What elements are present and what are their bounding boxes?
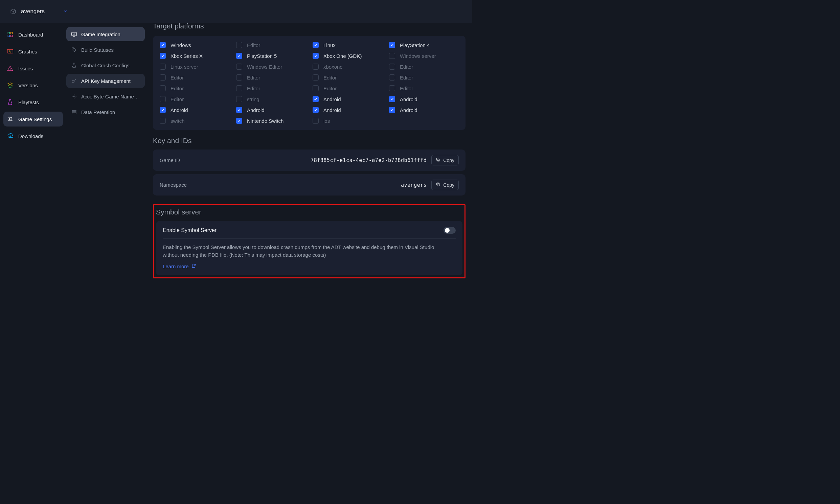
platform-checkbox-row[interactable]: switch bbox=[160, 118, 229, 124]
checkbox[interactable] bbox=[236, 42, 242, 48]
section-title-platforms: Target platforms bbox=[153, 23, 465, 30]
checkbox[interactable] bbox=[312, 64, 319, 70]
chevron-down-icon[interactable] bbox=[63, 9, 68, 15]
checkbox[interactable] bbox=[160, 74, 166, 80]
platform-checkbox-row[interactable]: Editor bbox=[160, 96, 229, 102]
platform-checkbox-row[interactable]: Nintendo Switch bbox=[236, 118, 306, 124]
platform-checkbox-row[interactable]: Editor bbox=[236, 85, 306, 91]
platform-checkbox-row[interactable]: Editor bbox=[236, 42, 306, 48]
platform-checkbox-row[interactable]: Linux bbox=[312, 42, 382, 48]
platform-checkbox-row[interactable]: Android bbox=[389, 107, 459, 113]
checkbox[interactable] bbox=[389, 96, 395, 102]
platform-checkbox-row[interactable]: Windows bbox=[160, 42, 229, 48]
platform-label: string bbox=[247, 96, 260, 102]
key-icon bbox=[71, 78, 77, 84]
sub-item-api-key-management[interactable]: API Key Management bbox=[66, 74, 145, 88]
platform-checkbox-row[interactable]: Android bbox=[312, 96, 382, 102]
sub-item-global-crash-configs[interactable]: Global Crash Configs bbox=[66, 58, 145, 72]
sidebar-item-dashboard[interactable]: Dashboard bbox=[3, 27, 63, 42]
platform-label: Editor bbox=[247, 75, 260, 80]
platform-checkbox-row[interactable]: Xbox Series X bbox=[160, 53, 229, 59]
platform-checkbox-row[interactable]: xboxone bbox=[312, 64, 382, 70]
project-name[interactable]: avengers bbox=[21, 8, 44, 15]
platform-checkbox-row[interactable]: Xbox One (GDK) bbox=[312, 53, 382, 59]
checkbox[interactable] bbox=[236, 85, 242, 91]
platform-checkbox-row[interactable]: Linux server bbox=[160, 64, 229, 70]
checkbox[interactable] bbox=[312, 118, 319, 124]
platform-checkbox-row[interactable]: Editor bbox=[312, 74, 382, 80]
checkbox[interactable] bbox=[236, 118, 242, 124]
enable-symbol-toggle[interactable] bbox=[444, 227, 456, 234]
sub-item-build-statuses[interactable]: Build Statuses bbox=[66, 42, 145, 57]
sidebar-item-versions[interactable]: Versions bbox=[3, 78, 63, 93]
platform-checkbox-row[interactable]: ios bbox=[312, 118, 382, 124]
checkbox[interactable] bbox=[312, 85, 319, 91]
platform-label: Windows Editor bbox=[247, 64, 282, 70]
checkbox[interactable] bbox=[236, 107, 242, 113]
checkbox[interactable] bbox=[312, 96, 319, 102]
tag-icon bbox=[71, 47, 77, 53]
sidebar-item-label: Downloads bbox=[18, 133, 43, 139]
learn-more-link[interactable]: Learn more bbox=[163, 264, 456, 269]
platform-checkbox-row[interactable]: Windows server bbox=[389, 53, 459, 59]
sidebar-item-crashes[interactable]: Crashes bbox=[3, 44, 63, 59]
svg-point-12 bbox=[73, 96, 75, 97]
sidebar-item-game-settings[interactable]: Game Settings bbox=[3, 112, 63, 126]
copy-game-id-button[interactable]: Copy bbox=[431, 155, 459, 165]
sidebar-item-playtests[interactable]: Playtests bbox=[3, 95, 63, 110]
platform-checkbox-row[interactable]: Editor bbox=[236, 74, 306, 80]
checkbox[interactable] bbox=[389, 107, 395, 113]
platform-checkbox-row[interactable]: Editor bbox=[312, 85, 382, 91]
platform-checkbox-row[interactable]: Android bbox=[312, 107, 382, 113]
platform-checkbox-row[interactable]: Android bbox=[160, 107, 229, 113]
sidebar-item-issues[interactable]: Issues bbox=[3, 61, 63, 76]
platform-checkbox-row[interactable]: Editor bbox=[160, 85, 229, 91]
platform-label: Editor bbox=[400, 86, 413, 91]
platform-checkbox-row[interactable]: Windows Editor bbox=[236, 64, 306, 70]
platform-checkbox-row[interactable]: Editor bbox=[160, 74, 229, 80]
checkbox[interactable] bbox=[160, 53, 166, 59]
platform-checkbox-row[interactable]: Android bbox=[236, 107, 306, 113]
copy-namespace-button[interactable]: Copy bbox=[431, 180, 459, 190]
platform-checkbox-row[interactable]: Editor bbox=[389, 64, 459, 70]
section-title-keys: Key and IDs bbox=[153, 137, 465, 145]
svg-rect-19 bbox=[437, 183, 439, 185]
checkbox[interactable] bbox=[160, 85, 166, 91]
platform-checkbox-row[interactable]: Editor bbox=[389, 85, 459, 91]
platform-label: Linux bbox=[323, 42, 336, 48]
platform-checkbox-row[interactable]: PlayStation 4 bbox=[389, 42, 459, 48]
copy-icon bbox=[436, 157, 441, 163]
checkbox[interactable] bbox=[160, 42, 166, 48]
checkbox[interactable] bbox=[312, 42, 319, 48]
checkbox[interactable] bbox=[236, 96, 242, 102]
secondary-sidebar: Game Integration Build Statuses Global C… bbox=[66, 23, 146, 284]
checkbox[interactable] bbox=[160, 96, 166, 102]
checkbox[interactable] bbox=[389, 42, 395, 48]
checkbox[interactable] bbox=[389, 85, 395, 91]
checkbox[interactable] bbox=[160, 64, 166, 70]
checkbox[interactable] bbox=[389, 64, 395, 70]
checkbox[interactable] bbox=[160, 107, 166, 113]
checkbox[interactable] bbox=[236, 53, 242, 59]
platform-checkbox-row[interactable]: Editor bbox=[389, 74, 459, 80]
sidebar-item-downloads[interactable]: Downloads bbox=[3, 128, 63, 143]
platform-checkbox-row[interactable]: string bbox=[236, 96, 306, 102]
sub-item-data-retention[interactable]: Data Retention bbox=[66, 105, 145, 119]
checkbox[interactable] bbox=[312, 53, 319, 59]
platform-label: Android bbox=[400, 96, 417, 102]
checkbox[interactable] bbox=[312, 107, 319, 113]
platform-label: Editor bbox=[247, 86, 260, 91]
svg-rect-3 bbox=[11, 35, 13, 37]
svg-point-10 bbox=[73, 48, 73, 49]
checkbox[interactable] bbox=[389, 74, 395, 80]
checkbox[interactable] bbox=[389, 53, 395, 59]
checkbox[interactable] bbox=[160, 118, 166, 124]
checkbox[interactable] bbox=[236, 74, 242, 80]
retention-icon bbox=[71, 109, 77, 115]
checkbox[interactable] bbox=[236, 64, 242, 70]
platform-checkbox-row[interactable]: Android bbox=[389, 96, 459, 102]
sub-item-game-integration[interactable]: Game Integration bbox=[66, 27, 145, 41]
sub-item-accelbyte[interactable]: AccelByte Game Name… bbox=[66, 89, 145, 104]
platform-checkbox-row[interactable]: PlayStation 5 bbox=[236, 53, 306, 59]
checkbox[interactable] bbox=[312, 74, 319, 80]
